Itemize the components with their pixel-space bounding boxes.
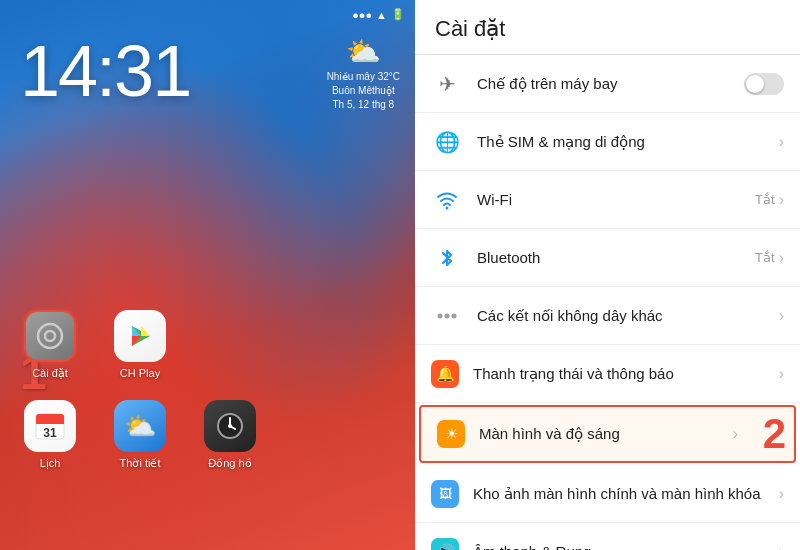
settings-title: Cài đặt [435,16,780,42]
svg-point-1 [45,331,55,341]
settings-item-airplane[interactable]: ✈ Chế độ trên máy bay [415,55,800,113]
chevron-icon: › [779,543,784,551]
bluetooth-label: Bluetooth [477,248,755,268]
settings-item-wallpaper[interactable]: 🖼 Kho ảnh màn hình chính và màn hình khó… [415,465,800,523]
apps-container: Cài đặt CH Play [0,310,415,490]
display-right: › [733,425,778,443]
connections-icon [431,300,463,332]
status-bar: ●●● ▲ 🔋 [352,8,405,21]
sound-label: Âm thanh & Rung [473,542,779,550]
bluetooth-chevron: › [779,249,784,267]
chevron-icon: › [779,485,784,503]
calendar-app-icon[interactable]: 31 Lịch [20,400,80,470]
weather-icon: ⛅ [327,35,400,68]
wifi-status: Tắt [755,192,775,207]
display-icon: ☀ [437,420,465,448]
airplane-toggle[interactable] [744,73,784,95]
sim-chevron: › [779,133,784,151]
airplane-label: Chế độ trên máy bay [477,74,744,94]
clock-app-icon[interactable]: Đồng hồ [200,400,260,470]
sim-icon: 🌐 [431,126,463,158]
weather-app-icon[interactable]: ⛅ Thời tiết [110,400,170,470]
display-label: Màn hình và độ sáng [479,424,733,444]
chevron-icon: › [779,307,784,325]
settings-list: ✈ Chế độ trên máy bay 🌐 Thẻ SIM & mạng d… [415,55,800,550]
wifi-icon [431,184,463,216]
settings-item-connections[interactable]: Các kết nối không dây khác › [415,287,800,345]
settings-item-display[interactable]: ☀ Màn hình và độ sáng › 2 [419,405,796,463]
settings-item-sim[interactable]: 🌐 Thẻ SIM & mạng di động › [415,113,800,171]
clock-display: 14:31 [20,30,190,112]
svg-rect-8 [36,421,64,424]
svg-marker-5 [141,326,150,336]
wifi-right: Tắt › [755,191,784,209]
wallpaper-chevron: › [779,485,784,503]
wallpaper-icon: 🖼 [431,480,459,508]
connections-label: Các kết nối không dây khác [477,306,779,326]
svg-point-17 [452,313,457,318]
svg-point-0 [38,324,62,348]
settings-item-sound[interactable]: 🔊 Âm thanh & Rung › [415,523,800,550]
clock-app-label: Đồng hồ [208,457,251,470]
svg-point-16 [445,313,450,318]
status-battery: 🔋 [391,8,405,21]
chevron-icon: › [779,133,784,151]
notifications-icon: 🔔 [431,360,459,388]
airplane-toggle-switch[interactable] [744,73,784,95]
bluetooth-right: Tắt › [755,249,784,267]
settings-header: Cài đặt [415,0,800,55]
app-row-2: 31 Lịch ⛅ Thời tiết [20,400,395,470]
bluetooth-icon [431,242,463,274]
calendar-app-label: Lịch [40,457,61,470]
wifi-chevron: › [779,191,784,209]
sound-chevron: › [779,543,784,551]
svg-point-15 [438,313,443,318]
wallpaper-label: Kho ảnh màn hình chính và màn hình khóa [473,484,779,504]
clock-app-image [204,400,256,452]
toggle-knob [746,75,764,93]
phone-screen: ●●● ▲ 🔋 14:31 ⛅ Nhiều mây 32°C Buôn Mêth… [0,0,415,550]
status-wifi: ▲ [376,9,387,21]
status-signal: ●●● [352,9,372,21]
weather-city: Buôn Mêthuột [327,84,400,98]
wifi-label: Wi-Fi [477,190,755,210]
weather-temp: Nhiều mây 32°C [327,70,400,84]
chevron-icon: › [779,365,784,383]
app-row-1: Cài đặt CH Play [20,310,395,380]
weather-app-image: ⛅ [114,400,166,452]
settings-panel: Cài đặt ✈ Chế độ trên máy bay 🌐 Thẻ SIM … [415,0,800,550]
bluetooth-status: Tắt [755,250,775,265]
calendar-app-image: 31 [24,400,76,452]
svg-point-13 [228,424,232,428]
sound-icon: 🔊 [431,538,459,551]
settings-item-notifications[interactable]: 🔔 Thanh trạng thái và thông báo › [415,345,800,403]
settings-app-image [24,310,76,362]
chplay-app-image [114,310,166,362]
airplane-icon: ✈ [431,68,463,100]
weather-app-label: Thời tiết [120,457,161,470]
settings-app-icon[interactable]: Cài đặt [20,310,80,380]
settings-app-label: Cài đặt [32,367,68,380]
weather-widget: ⛅ Nhiều mây 32°C Buôn Mêthuột Th 5, 12 t… [327,35,400,112]
svg-text:31: 31 [43,426,57,440]
svg-point-14 [446,206,449,209]
weather-date: Th 5, 12 thg 8 [327,98,400,112]
settings-item-bluetooth[interactable]: Bluetooth Tắt › [415,229,800,287]
chplay-app-label: CH Play [120,367,160,379]
notifications-chevron: › [779,365,784,383]
settings-item-wifi[interactable]: Wi-Fi Tắt › [415,171,800,229]
notifications-label: Thanh trạng thái và thông báo [473,364,779,384]
sim-label: Thẻ SIM & mạng di động [477,132,779,152]
chplay-app-icon[interactable]: CH Play [110,310,170,380]
connections-chevron: › [779,307,784,325]
chevron-icon: › [733,425,738,443]
